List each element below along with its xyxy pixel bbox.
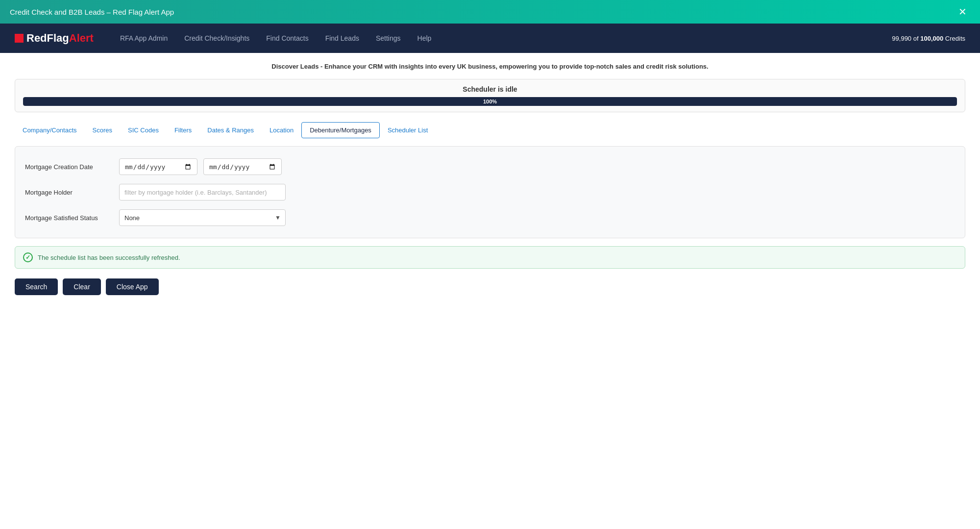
nav-settings[interactable]: Settings: [369, 30, 408, 46]
mortgage-creation-date-label: Mortgage Creation Date: [25, 163, 113, 171]
action-buttons: Search Clear Close App: [15, 278, 965, 295]
tab-filters[interactable]: Filters: [167, 122, 199, 138]
nav-links: RFA App Admin Credit Check/Insights Find…: [113, 30, 892, 46]
scheduler-status: Scheduler is idle: [23, 85, 957, 93]
logo-text-white: RedFlag: [26, 32, 69, 44]
nav-help[interactable]: Help: [411, 30, 439, 46]
window-close-button[interactable]: ✕: [955, 4, 970, 20]
mortgage-creation-date-to[interactable]: [203, 158, 282, 175]
mortgage-holder-input[interactable]: [119, 184, 286, 201]
tab-location[interactable]: Location: [262, 122, 301, 138]
nav-rfa-admin[interactable]: RFA App Admin: [113, 30, 174, 46]
credits-total: 100,000: [920, 35, 943, 42]
tab-scheduler-list[interactable]: Scheduler List: [380, 122, 436, 138]
search-button[interactable]: Search: [15, 278, 58, 295]
tab-debenture-mortgages[interactable]: Debenture/Mortgages: [301, 122, 380, 138]
mortgage-holder-row: Mortgage Holder: [25, 184, 955, 201]
mortgage-creation-date-from[interactable]: [119, 158, 197, 175]
mortgage-satisfied-label: Mortgage Satisfied Status: [25, 214, 113, 222]
nav-credit-check[interactable]: Credit Check/Insights: [177, 30, 256, 46]
nav-bar: RedFlagAlert RFA App Admin Credit Check/…: [0, 24, 980, 53]
logo-text-red: Alert: [69, 32, 94, 44]
tab-dates-ranges[interactable]: Dates & Ranges: [199, 122, 262, 138]
app-title: Credit Check and B2B Leads – Red Flag Al…: [10, 8, 174, 16]
credits-used: 99,990: [892, 35, 911, 42]
progress-bar-container: 100%: [23, 97, 957, 106]
success-banner: ✓ The schedule list has been successfull…: [15, 246, 965, 269]
credits-display: 99,990 of 100,000 Credits: [892, 35, 965, 42]
tab-scores[interactable]: Scores: [85, 122, 120, 138]
tab-company-contacts[interactable]: Company/Contacts: [15, 122, 85, 138]
mortgage-holder-label: Mortgage Holder: [25, 189, 113, 196]
logo: RedFlagAlert: [15, 32, 94, 45]
mortgage-satisfied-row: Mortgage Satisfied Status None Satisfied…: [25, 209, 955, 226]
scheduler-box: Scheduler is idle 100%: [15, 79, 965, 112]
success-message: The schedule list has been successfully …: [38, 254, 180, 261]
mortgage-satisfied-select[interactable]: None Satisfied Outstanding Part Satisfie…: [119, 209, 286, 226]
nav-find-contacts[interactable]: Find Contacts: [259, 30, 315, 46]
page-subtitle: Discover Leads - Enhance your CRM with i…: [15, 63, 965, 70]
form-card: Mortgage Creation Date Mortgage Holder M…: [15, 146, 965, 238]
main-content: Discover Leads - Enhance your CRM with i…: [0, 53, 980, 529]
title-bar: Credit Check and B2B Leads – Red Flag Al…: [0, 0, 980, 24]
tabs-container: Company/Contacts Scores SIC Codes Filter…: [15, 122, 965, 138]
logo-icon: [15, 34, 24, 43]
mortgage-creation-date-row: Mortgage Creation Date: [25, 158, 955, 175]
clear-button[interactable]: Clear: [63, 278, 100, 295]
mortgage-satisfied-wrapper: None Satisfied Outstanding Part Satisfie…: [119, 209, 286, 226]
success-check-icon: ✓: [23, 252, 33, 262]
nav-find-leads[interactable]: Find Leads: [318, 30, 366, 46]
credits-of: of: [913, 35, 920, 42]
progress-bar-label: 100%: [483, 99, 497, 104]
close-app-button[interactable]: Close App: [106, 278, 159, 295]
credits-label: Credits: [945, 35, 965, 42]
tab-sic-codes[interactable]: SIC Codes: [120, 122, 167, 138]
